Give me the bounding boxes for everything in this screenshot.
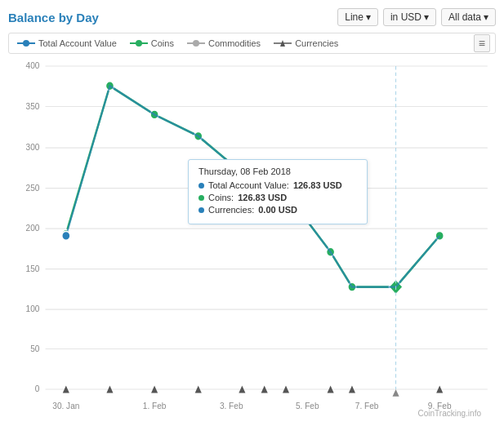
- tooltip-dot-total: [198, 183, 204, 189]
- svg-text:400: 400: [26, 60, 40, 70]
- legend-label-currencies: Currencies: [295, 38, 338, 48]
- currency-btn[interactable]: in USD ▾: [383, 8, 436, 26]
- svg-text:150: 150: [26, 263, 40, 273]
- tooltip: Thursday, 08 Feb 2018 Total Account Valu…: [188, 159, 368, 224]
- line-type-btn[interactable]: Line ▾: [337, 8, 378, 26]
- chevron-down-icon: ▾: [366, 11, 371, 23]
- svg-point-5: [193, 40, 199, 47]
- range-btn[interactable]: All data ▾: [441, 8, 496, 26]
- svg-text:200: 200: [26, 223, 40, 233]
- header-row: Balance by Day Line ▾ in USD ▾ All data …: [8, 8, 496, 26]
- chevron-down-icon-2: ▾: [424, 11, 429, 23]
- svg-point-43: [62, 231, 70, 240]
- svg-text:0: 0: [35, 384, 40, 393]
- controls: Line ▾ in USD ▾ All data ▾: [337, 8, 496, 26]
- range-label: All data: [448, 11, 481, 23]
- svg-text:350: 350: [26, 100, 40, 110]
- svg-marker-53: [393, 389, 399, 397]
- svg-text:30. Jan: 30. Jan: [52, 401, 79, 411]
- svg-text:7. Feb: 7. Feb: [355, 401, 379, 411]
- svg-text:250: 250: [26, 182, 40, 192]
- tooltip-value-currencies: 0.00 USD: [258, 205, 297, 215]
- legend-label-commodities: Commodities: [208, 38, 261, 48]
- line-type-label: Line: [345, 11, 364, 23]
- currency-label: in USD: [390, 11, 421, 23]
- tooltip-date: Thursday, 08 Feb 2018: [198, 166, 357, 176]
- svg-text:5. Feb: 5. Feb: [296, 401, 319, 411]
- main-chart-svg: 0 50 100 150 200 250 300 350 400 30. Jan…: [8, 57, 496, 416]
- svg-text:50: 50: [30, 343, 39, 353]
- chart-area: Total Account Value Coins Commodities: [8, 33, 496, 424]
- tooltip-value-coins: 126.83 USD: [238, 193, 287, 202]
- legend-item-total: Total Account Value: [17, 38, 117, 48]
- currencies-legend-icon: [274, 39, 292, 47]
- tooltip-row-currencies: Currencies: 0.00 USD: [198, 205, 357, 215]
- svg-point-1: [23, 40, 29, 47]
- tooltip-label-coins: Coins:: [208, 193, 234, 202]
- legend-item-commodities: Commodities: [187, 38, 261, 48]
- legend-item-currencies: Currencies: [274, 38, 338, 48]
- svg-text:300: 300: [26, 142, 40, 152]
- legend-item-coins: Coins: [130, 38, 174, 48]
- tooltip-dot-currencies: [198, 207, 204, 213]
- legend-menu-button[interactable]: ≡: [474, 34, 490, 52]
- tooltip-label-currencies: Currencies:: [208, 205, 254, 215]
- legend-label-total: Total Account Value: [38, 38, 117, 48]
- total-account-value-legend-icon: [17, 39, 35, 47]
- commodities-legend-icon: [187, 39, 205, 47]
- chart-title: Balance by Day: [8, 11, 99, 24]
- legend: Total Account Value Coins Commodities: [8, 33, 496, 54]
- watermark: CoinTracking.info: [418, 409, 481, 418]
- tooltip-row-total: Total Account Value: 126.83 USD: [198, 180, 357, 190]
- tooltip-value-total: 126.83 USD: [293, 180, 342, 190]
- svg-text:100: 100: [26, 304, 40, 313]
- svg-text:1. Feb: 1. Feb: [143, 401, 167, 411]
- tooltip-label-total: Total Account Value:: [208, 180, 289, 190]
- legend-label-coins: Coins: [151, 38, 174, 48]
- chevron-down-icon-3: ▾: [484, 11, 488, 23]
- svg-point-3: [136, 40, 142, 47]
- svg-text:3. Feb: 3. Feb: [220, 401, 243, 411]
- tooltip-dot-coins: [198, 195, 204, 201]
- chart-container: Balance by Day Line ▾ in USD ▾ All data …: [0, 0, 504, 435]
- tooltip-row-coins: Coins: 126.83 USD: [198, 193, 357, 202]
- coins-legend-icon: [130, 39, 148, 47]
